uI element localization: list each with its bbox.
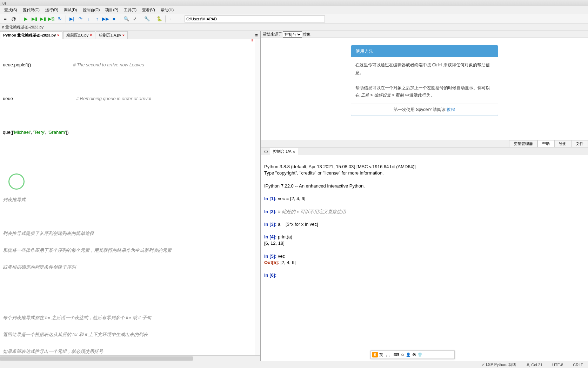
debug-out-icon[interactable]: ↑ xyxy=(93,15,101,23)
lsp-status: ✓ LSP Python: 就绪 xyxy=(480,362,518,367)
help-p2: 帮助信息可以在一个对象之后加上一个左圆括号的时候自动显示。你可以在 工具 > 偏… xyxy=(355,84,494,99)
ime-user-icon[interactable]: 👤 xyxy=(406,353,411,357)
close-icon[interactable]: × xyxy=(90,33,92,37)
ime-emoji-icon[interactable]: ☺ xyxy=(401,353,405,357)
console-options-icon[interactable]: ▭ xyxy=(262,147,270,155)
menu-run[interactable]: 运行(R) xyxy=(42,7,61,13)
tab-python-basics[interactable]: Python 量化编程基础-2023.py× xyxy=(0,31,62,39)
menu-icon[interactable]: ≡ xyxy=(1,15,9,23)
menu-source[interactable]: 源代码(C) xyxy=(20,7,42,13)
cursor-pos: .8, Col 21 xyxy=(524,363,544,367)
menu-help[interactable]: 帮助(H) xyxy=(158,7,176,13)
titlebar: .8) xyxy=(0,0,588,6)
rerun-icon[interactable]: ↻ xyxy=(56,15,64,23)
ipython-console[interactable]: Python 3.8.8 (default, Apr 13 2021, 15:0… xyxy=(261,155,588,361)
debug-stop-icon[interactable]: ■ xyxy=(110,15,118,23)
help-source-label: 帮助来源于 xyxy=(263,32,282,37)
ruler xyxy=(200,39,200,355)
toolbar: ≡ @ ▶ ▶▮ ▶▮ ▶⎘ ↻ ▶| ↷ ↓ ↑ ▶▶ ■ 🔍 ⤢ 🔧 🐍 ←… xyxy=(0,14,588,24)
run-cell-advance-icon[interactable]: ▶▮ xyxy=(39,15,47,23)
debug-step-icon[interactable]: ↷ xyxy=(76,15,84,23)
h-scrollbar[interactable] xyxy=(0,355,260,361)
ime-keyboard-icon[interactable]: ⌨ xyxy=(394,353,399,357)
forward-icon[interactable]: → xyxy=(176,15,184,23)
menu-console[interactable]: 控制台(O) xyxy=(80,7,103,13)
ime-punct-icon[interactable]: ，。 xyxy=(385,352,392,357)
ime-skin-icon[interactable]: 👕 xyxy=(417,353,422,357)
console-tabs: ▭ 控制台 1/A× xyxy=(261,147,588,155)
right-pane: 帮助来源于 控制台 对象 使用方法 在这里你可以通过在编辑器或者终端中按 Ctr… xyxy=(261,31,588,361)
tab-painter2[interactable]: 粉刷匠2.0.py× xyxy=(63,31,95,39)
back-icon[interactable]: ← xyxy=(168,15,175,23)
editor-pane: Python 量化编程基础-2023.py× 粉刷匠2.0.py× 粉刷匠1.4… xyxy=(0,31,261,361)
menu-tool[interactable]: 工具(T) xyxy=(121,7,139,13)
eol: CRLF xyxy=(571,363,585,367)
tutorial-link[interactable]: 教程 xyxy=(447,107,455,112)
tab-variable-explorer[interactable]: 变量管理器 xyxy=(509,140,537,147)
menu-view[interactable]: 查看(V) xyxy=(139,7,158,13)
run-selection-icon[interactable]: ▶⎘ xyxy=(47,15,55,23)
help-panel: 使用方法 在这里你可以通过在编辑器或者终端中按 Ctrl+I 来获得任何对象的帮… xyxy=(261,38,588,140)
tab-menu-icon[interactable]: ≡ xyxy=(253,31,260,39)
wrench-icon[interactable]: 🔧 xyxy=(143,15,151,23)
menu-debug[interactable]: 调试(D) xyxy=(61,7,80,13)
close-icon[interactable]: × xyxy=(57,33,59,37)
expand-icon[interactable]: ⤢ xyxy=(131,15,139,23)
tab-painter1[interactable]: 粉刷匠1.4.py× xyxy=(96,31,128,39)
debug-start-icon[interactable]: ▶| xyxy=(68,15,76,23)
ime-lang[interactable]: 英 xyxy=(379,352,383,357)
breadcrumb: n 量化编程基础-2023.py xyxy=(0,24,588,31)
close-icon[interactable]: × xyxy=(122,33,125,37)
at-icon[interactable]: @ xyxy=(10,15,18,23)
menubar: 查找(S) 源代码(C) 运行(R) 调试(D) 控制台(O) 项目(P) 工具… xyxy=(0,6,588,14)
help-header: 帮助来源于 控制台 对象 xyxy=(261,31,588,38)
gutter xyxy=(255,39,260,355)
tab-file[interactable]: 文件 xyxy=(571,140,588,147)
encoding: UTF-8 xyxy=(550,363,565,367)
tab-plot[interactable]: 绘图 xyxy=(554,140,571,147)
run-icon[interactable]: ▶ xyxy=(22,15,30,23)
search-icon[interactable]: 🔍 xyxy=(122,15,130,23)
sogou-icon: S xyxy=(372,352,378,357)
help-title: 使用方法 xyxy=(351,45,498,57)
panel-tabs: 变量管理器 帮助 绘图 文件 xyxy=(261,140,588,147)
statusbar: ✓ LSP Python: 就绪 .8, Col 21 UTF-8 CRLF xyxy=(0,361,588,368)
help-footer: 第一次使用 Spyder? 请阅读 教程 xyxy=(351,104,498,116)
working-dir-input[interactable] xyxy=(185,15,325,22)
editor-tabs: Python 量化编程基础-2023.py× 粉刷匠2.0.py× 粉刷匠1.4… xyxy=(0,31,260,39)
menu-project[interactable]: 项目(P) xyxy=(102,7,121,13)
code-editor[interactable]: ueue.popleft()# The second to arrive now… xyxy=(0,39,260,355)
menu-search[interactable]: 查找(S) xyxy=(1,7,20,13)
debug-into-icon[interactable]: ↓ xyxy=(85,15,93,23)
tab-help[interactable]: 帮助 xyxy=(537,140,554,147)
help-p1: 在这里你可以通过在编辑器或者终端中按 Ctrl+I 来获得任何对象的帮助信息。 xyxy=(355,61,494,77)
debug-continue-icon[interactable]: ▶▶ xyxy=(102,15,109,23)
help-object-label: 对象 xyxy=(303,32,310,37)
help-source-select[interactable]: 控制台 xyxy=(283,31,302,38)
ime-tool-icon[interactable]: 🛠 xyxy=(412,353,416,357)
ime-float[interactable]: S 英 ，。 ⌨ ☺ 👤 🛠 👕 xyxy=(370,350,455,359)
console-tab-1[interactable]: 控制台 1/A× xyxy=(270,148,298,155)
run-cell-icon[interactable]: ▶▮ xyxy=(31,15,38,23)
close-icon[interactable]: × xyxy=(293,150,295,154)
python-icon[interactable]: 🐍 xyxy=(155,15,163,23)
